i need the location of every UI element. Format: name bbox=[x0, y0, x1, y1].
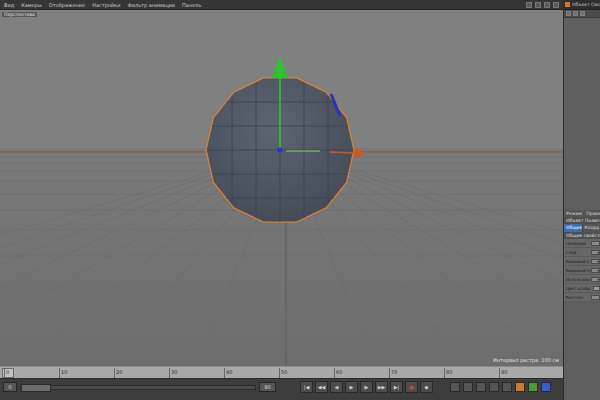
history-back-icon[interactable] bbox=[566, 11, 571, 16]
previous-frame-button[interactable]: ◀ bbox=[330, 381, 343, 393]
timeline-tick: 80 bbox=[444, 368, 452, 378]
timeline-tick: 10 bbox=[59, 368, 67, 378]
use-color-label: Использовать цвет bbox=[566, 277, 590, 282]
pan-view-icon[interactable] bbox=[526, 2, 532, 8]
attribute-mode-row[interactable]: Режим Правка bbox=[564, 210, 600, 217]
menu-view[interactable]: Вид bbox=[4, 2, 14, 8]
property-row-name: Название bbox=[564, 239, 600, 248]
attribute-manager-title: Объект Свой... bbox=[572, 2, 600, 7]
timeline-tick: 30 bbox=[169, 368, 177, 378]
play-button[interactable]: ▶ bbox=[345, 381, 358, 393]
menu-cameras[interactable]: Камеры bbox=[21, 2, 42, 8]
visible-editor-label: Видимый в редакторе bbox=[566, 259, 590, 264]
attribute-tabs: Общие Коорд. bbox=[564, 224, 600, 232]
autokey-button[interactable]: ◆ bbox=[420, 381, 433, 393]
attribute-manager-panel: Режим Правка Объект Полигон Общие Коорд.… bbox=[563, 10, 600, 400]
xray-label: Рентген bbox=[566, 295, 590, 300]
object-origin-point[interactable] bbox=[277, 147, 282, 152]
playback-controls: |◀ ◀◀ ◀ ▶ ▶ ▶▶ ▶| ● ◆ bbox=[300, 381, 433, 393]
render-active-icon[interactable] bbox=[528, 382, 538, 392]
property-row-xray: Рентген bbox=[564, 293, 600, 302]
property-row-visible-renderer: Видимый при рендеринге ▾ bbox=[564, 266, 600, 275]
transport-right-icons bbox=[450, 382, 551, 392]
attribute-manager-header: Объект Свой... bbox=[563, 0, 600, 10]
attribute-manager-toolbar bbox=[564, 10, 600, 18]
tab-coordinates[interactable]: Коорд. bbox=[583, 224, 600, 232]
lock-icon[interactable] bbox=[580, 11, 585, 16]
attribute-object-title: Объект Полигон bbox=[564, 217, 600, 224]
x-axis-shaft[interactable] bbox=[330, 152, 354, 153]
property-row-layer: Слой ▾ bbox=[564, 248, 600, 257]
perspective-viewport[interactable]: Перспектива Интервал растра: 100 см bbox=[0, 10, 563, 366]
timeline-tick: 20 bbox=[114, 368, 122, 378]
visible-renderer-label: Видимый при рендеринге bbox=[566, 268, 590, 273]
timeline-tick: 0 bbox=[4, 368, 9, 378]
timeline-tick: 90 bbox=[499, 368, 507, 378]
render-view-icon[interactable] bbox=[515, 382, 525, 392]
animation-transport-bar: 0 90 |◀ ◀◀ ◀ ▶ ▶ ▶▶ ▶| ● ◆ bbox=[0, 378, 600, 400]
range-start-field[interactable]: 0 bbox=[3, 382, 17, 392]
mode-value[interactable]: Правка bbox=[586, 211, 600, 216]
basic-properties-section-header[interactable]: Общие свойства bbox=[564, 232, 600, 239]
name-label: Название bbox=[566, 241, 590, 246]
layer-dropdown[interactable]: ▾ bbox=[591, 250, 600, 255]
previous-key-button[interactable]: ◀◀ bbox=[315, 381, 328, 393]
rotate-view-icon[interactable] bbox=[544, 2, 550, 8]
timeline-tick: 70 bbox=[389, 368, 397, 378]
layer-label: Слой bbox=[566, 250, 590, 255]
grid-interval-label: Интервал растра: 100 см bbox=[493, 357, 559, 363]
property-row-display-color: Цвет отобр. bbox=[564, 284, 600, 293]
toggle-view-icon[interactable] bbox=[553, 2, 559, 8]
timeline-ruler[interactable]: 0 10 20 30 40 50 60 70 80 90 bbox=[0, 366, 563, 378]
mode-label: Режим bbox=[566, 211, 582, 216]
visible-editor-dropdown[interactable]: ▾ bbox=[591, 259, 600, 264]
point-level-record-icon[interactable] bbox=[502, 382, 512, 392]
history-forward-icon[interactable] bbox=[573, 11, 578, 16]
property-row-visible-editor: Видимый в редакторе ▾ bbox=[564, 257, 600, 266]
application-window: Вид Камеры Отображение Настройки Фильтр … bbox=[0, 0, 600, 400]
next-frame-button[interactable]: ▶ bbox=[360, 381, 373, 393]
tab-basic[interactable]: Общие bbox=[564, 224, 583, 232]
zoom-view-icon[interactable] bbox=[535, 2, 541, 8]
viewport-control-icons bbox=[526, 2, 559, 8]
range-end-field[interactable]: 90 bbox=[259, 382, 276, 392]
camera-label[interactable]: Перспектива bbox=[2, 12, 37, 17]
rotation-record-icon[interactable] bbox=[476, 382, 486, 392]
xray-checkbox[interactable] bbox=[591, 295, 600, 300]
timeline-tick: 60 bbox=[334, 368, 342, 378]
display-color-label: Цвет отобр. bbox=[566, 286, 592, 291]
menu-display[interactable]: Отображение bbox=[49, 2, 85, 8]
use-color-dropdown[interactable]: ▾ bbox=[591, 277, 600, 282]
scale-record-icon[interactable] bbox=[463, 382, 473, 392]
go-to-end-button[interactable]: ▶| bbox=[390, 381, 403, 393]
menu-panel[interactable]: Панель bbox=[182, 2, 201, 8]
viewport-canvas[interactable] bbox=[0, 10, 563, 366]
attribute-manager-icon bbox=[565, 2, 570, 7]
next-key-button[interactable]: ▶▶ bbox=[375, 381, 388, 393]
menu-filter[interactable]: Фильтр анимации bbox=[127, 2, 175, 8]
timeline-tick: 40 bbox=[224, 368, 232, 378]
timeline-tick: 50 bbox=[279, 368, 287, 378]
range-slider-handle[interactable] bbox=[21, 384, 51, 392]
position-record-icon[interactable] bbox=[450, 382, 460, 392]
go-to-start-button[interactable]: |◀ bbox=[300, 381, 313, 393]
parameter-record-icon[interactable] bbox=[489, 382, 499, 392]
display-color-swatch[interactable] bbox=[593, 286, 600, 291]
property-row-use-color: Использовать цвет ▾ bbox=[564, 275, 600, 284]
record-keyframe-button[interactable]: ● bbox=[405, 381, 418, 393]
name-input[interactable] bbox=[591, 241, 600, 246]
visible-renderer-dropdown[interactable]: ▾ bbox=[591, 268, 600, 273]
render-settings-icon[interactable] bbox=[541, 382, 551, 392]
menu-options[interactable]: Настройки bbox=[92, 2, 120, 8]
viewport-menu-bar: Вид Камеры Отображение Настройки Фильтр … bbox=[0, 0, 563, 10]
range-slider-track[interactable] bbox=[20, 385, 256, 390]
